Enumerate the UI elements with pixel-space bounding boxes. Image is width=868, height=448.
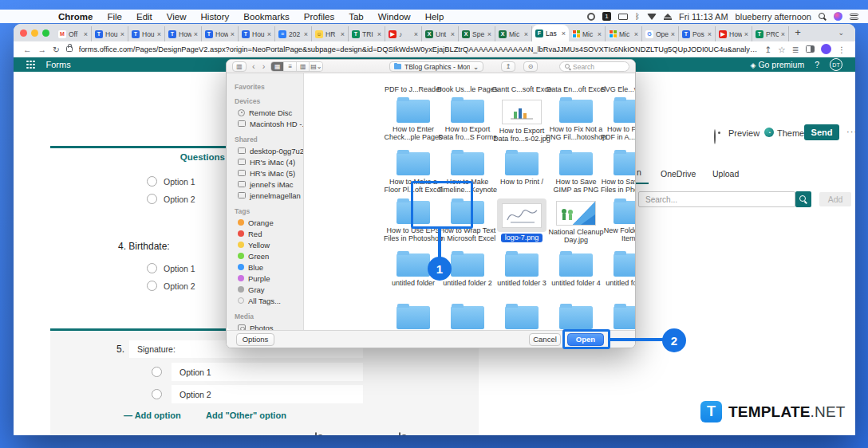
sidebar-item[interactable]: HR's iMac (4) (227, 156, 303, 167)
menu-window[interactable]: Window (371, 12, 418, 22)
tab-close-icon[interactable]: × (598, 30, 602, 38)
required-toggle[interactable] (399, 432, 400, 435)
add-option-button[interactable]: — Add option (124, 411, 181, 420)
forward-chevron-icon[interactable]: › (261, 61, 267, 71)
option-field[interactable]: Option 1 (172, 363, 363, 381)
sidebar-item[interactable]: Red (227, 228, 303, 239)
menu-profiles[interactable]: Profiles (297, 12, 341, 22)
tab-fragment[interactable]: n (637, 167, 641, 177)
browser-tab-8[interactable]: TTRI× (349, 26, 385, 41)
menu-chrome[interactable]: Chrome (51, 12, 100, 22)
tab-close-icon[interactable]: × (377, 30, 381, 38)
sidebar-item[interactable]: Remote Disc (227, 107, 303, 118)
tab-close-icon[interactable]: × (744, 30, 748, 38)
file-folder[interactable]: untitled folder 5 (594, 251, 635, 288)
dialog-search-field[interactable]: Search (559, 61, 629, 72)
help-button[interactable]: ? (815, 60, 819, 69)
app-status-icon[interactable] (587, 13, 595, 21)
file-folder[interactable]: How to Save SVG Files in Photoshop (594, 150, 635, 194)
radio-icon[interactable] (147, 263, 157, 273)
browser-tab-3[interactable]: THow× (165, 26, 202, 41)
menu-view[interactable]: View (160, 12, 194, 22)
menubar-clock[interactable]: Fri 11:13 AM (679, 12, 728, 22)
tab-onedrive[interactable]: OneDrive (661, 169, 696, 179)
option-row[interactable]: Option 2 (147, 194, 195, 204)
browser-tab-2[interactable]: THou× (128, 26, 165, 41)
sidebar-item[interactable]: desktop-0gg7u2a (227, 145, 303, 156)
user-profile-label[interactable]: blueberry afternoon (736, 12, 811, 22)
image-add-button[interactable]: Add (819, 192, 851, 206)
close-window-button[interactable] (20, 29, 27, 37)
tab-close-icon[interactable]: × (671, 30, 675, 38)
image-search-input[interactable] (638, 191, 795, 207)
radio-icon[interactable] (147, 281, 157, 291)
bookmark-star-icon[interactable]: ☆ (778, 45, 785, 54)
list-view-button[interactable]: ≡ (284, 62, 297, 71)
address-url[interactable]: forms.office.com/Pages/DesignPageV2.aspx… (79, 45, 759, 53)
option-row[interactable]: Option 2 (147, 281, 195, 291)
tab-close-icon[interactable]: × (231, 30, 235, 38)
tab-close-icon[interactable]: × (341, 30, 345, 38)
dialog-share-icon[interactable]: ↥ (501, 61, 515, 72)
wifi-icon[interactable] (647, 14, 657, 20)
browser-tab-4[interactable]: THow× (202, 26, 239, 41)
radio-icon[interactable] (147, 194, 157, 204)
display-icon[interactable] (618, 14, 628, 20)
notification-badge[interactable]: 1 (602, 12, 611, 21)
menu-file[interactable]: File (100, 12, 129, 22)
app-title[interactable]: Forms (46, 60, 71, 69)
menu-tab[interactable]: Tab (341, 12, 371, 22)
tab-close-icon[interactable]: × (562, 29, 566, 37)
browser-tab-9[interactable]: ▶♪× (385, 26, 422, 41)
browser-tab-19[interactable]: TPRO× (752, 26, 789, 41)
theme-button[interactable]: Theme (777, 128, 804, 138)
send-button[interactable]: Send (804, 124, 839, 140)
control-center-icon[interactable] (850, 14, 858, 20)
column-view-button[interactable]: ▥ (297, 62, 310, 71)
account-avatar[interactable]: DT (830, 58, 842, 71)
browser-tab-17[interactable]: TPos× (679, 26, 716, 41)
question4-label[interactable]: 4. Birthdate: (118, 241, 170, 252)
new-tab-button[interactable]: + (789, 24, 807, 41)
browser-tab-18[interactable]: ▶How× (716, 26, 752, 41)
browser-tab-12[interactable]: XMic× (495, 26, 532, 41)
folder-dropdown[interactable]: TBlog Graphics - Month... ⌄ (389, 61, 483, 72)
preview-button[interactable]: Preview (728, 128, 760, 138)
sidebar-item[interactable]: All Tags... (227, 295, 303, 306)
image-search-button[interactable] (795, 191, 811, 207)
sidebar-item[interactable]: Gray (227, 284, 303, 295)
browser-menu-icon[interactable]: ⋮ (838, 45, 846, 54)
tab-close-icon[interactable]: × (524, 30, 528, 38)
menu-edit[interactable]: Edit (129, 12, 160, 22)
sidebar-item[interactable]: Orange (227, 217, 303, 228)
add-other-option-button[interactable]: Add "Other" option (206, 411, 286, 420)
radio-icon[interactable] (152, 389, 162, 399)
tab-upload[interactable]: Upload (712, 169, 739, 179)
options-button[interactable]: Options (236, 333, 274, 346)
menu-bookmarks[interactable]: Bookmarks (236, 12, 297, 22)
icon-view-button[interactable]: ▦ (271, 62, 284, 71)
browser-tab-7[interactable]: ☺HR× (312, 26, 349, 41)
browser-tab-0[interactable]: MOff× (55, 26, 92, 41)
browser-tab-13[interactable]: FLas× (532, 25, 569, 41)
tab-close-icon[interactable]: × (194, 30, 198, 38)
sidebar-toggle-icon[interactable]: ▥ (232, 61, 247, 72)
share-icon[interactable]: ↥ (764, 45, 771, 54)
browser-tab-16[interactable]: GOpe× (642, 26, 679, 41)
go-premium-button[interactable]: ◈ Go premium (751, 60, 805, 69)
tab-close-icon[interactable]: × (157, 30, 161, 38)
multiple-answers-toggle[interactable] (315, 432, 317, 435)
reload-icon[interactable]: ↻ (53, 45, 60, 54)
sidebar-item[interactable]: Macintosh HD -... (227, 118, 303, 129)
minimize-window-button[interactable] (31, 29, 38, 37)
menu-history[interactable]: History (194, 12, 237, 22)
browser-tab-10[interactable]: XUnt× (422, 26, 459, 41)
menu-help[interactable]: Help (418, 12, 452, 22)
browser-tab-11[interactable]: XSpe× (459, 26, 495, 41)
tab-close-icon[interactable]: × (120, 30, 124, 38)
browser-tab-5[interactable]: THou× (239, 26, 275, 41)
gallery-view-button[interactable]: ▤⌄ (310, 62, 322, 71)
sidebar-item[interactable]: Purple (227, 273, 303, 284)
option-field[interactable]: Option 2 (172, 385, 363, 403)
sidebar-item[interactable]: jennel's iMac (227, 179, 303, 190)
